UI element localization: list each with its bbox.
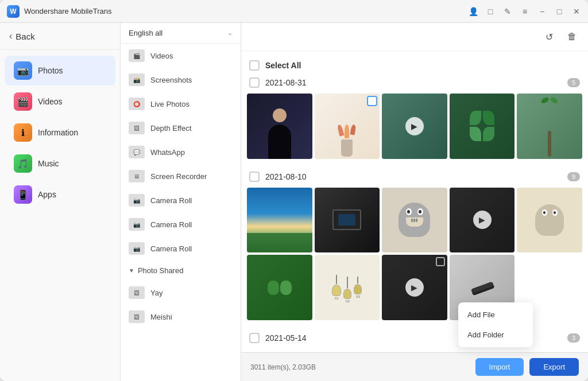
photo-shared-arrow-icon: ▼ bbox=[129, 267, 134, 274]
delete-button[interactable]: 🗑 bbox=[563, 28, 581, 46]
content-area: Select All 2021-08-31 5 bbox=[241, 51, 588, 352]
play-button-3[interactable]: ▶ bbox=[405, 278, 424, 297]
maximize-button[interactable]: □ bbox=[555, 7, 564, 16]
middle-yay-label: Yay bbox=[150, 289, 163, 297]
edit-icon[interactable]: ✎ bbox=[503, 7, 512, 16]
middle-live-photos-label: Live Photos bbox=[150, 100, 189, 108]
person-photo bbox=[247, 94, 312, 159]
date-label-2: 2021-08-10 bbox=[265, 172, 307, 181]
photo-select-checkbox[interactable] bbox=[367, 96, 377, 106]
add-file-menu-item[interactable]: Add File bbox=[458, 305, 533, 325]
middle-item-screen-recorder[interactable]: 🖥 Screen Recorder bbox=[121, 164, 241, 188]
date-group-1: 2021-08-31 5 bbox=[247, 74, 582, 161]
date-group-2: 2021-08-10 9 bbox=[247, 168, 582, 322]
middle-item-camera-roll-2[interactable]: 📷 Camera Roll bbox=[121, 212, 241, 236]
middle-videos-label: Videos bbox=[150, 52, 173, 60]
beach-photo bbox=[247, 188, 312, 253]
close-button[interactable]: ✕ bbox=[572, 7, 581, 16]
apps-icon: 📱 bbox=[14, 185, 32, 204]
photo-shared-label: Photo Shared bbox=[138, 266, 184, 275]
middle-item-screenshots[interactable]: 📸 Screenshots bbox=[121, 68, 241, 92]
count-badge-1: 5 bbox=[567, 78, 580, 87]
video-overlay-2: ▶ bbox=[450, 188, 515, 253]
photo-grid-1: ▶ bbox=[247, 91, 582, 161]
photo-cell[interactable]: ▶ bbox=[450, 188, 515, 253]
menu-icon[interactable]: ≡ bbox=[520, 7, 529, 16]
language-dropdown[interactable]: English all ⌄ bbox=[121, 23, 241, 44]
date-checkbox-2[interactable] bbox=[249, 172, 260, 182]
title-bar: W Wondershare MobileTrans 👤 □ ✎ ≡ − □ ✕ bbox=[0, 0, 588, 23]
play-button-2[interactable]: ▶ bbox=[473, 211, 492, 229]
sidebar-info-label: Information bbox=[38, 128, 78, 137]
camera-roll-2-icon: 📷 bbox=[129, 218, 145, 231]
live-photos-icon: ⭕ bbox=[129, 98, 145, 110]
middle-item-whatsapp[interactable]: 💬 WhatsApp bbox=[121, 140, 241, 164]
camera-roll-1-icon: 📷 bbox=[129, 194, 145, 207]
dropdown-chevron-icon: ⌄ bbox=[227, 29, 233, 37]
date-checkbox-1[interactable] bbox=[249, 77, 260, 88]
screenshots-folder-icon: 📸 bbox=[129, 73, 145, 86]
video-overlay: ▶ bbox=[382, 94, 447, 159]
photo-cell[interactable] bbox=[247, 188, 312, 253]
photo-cell[interactable] bbox=[247, 94, 312, 159]
date-header-1: 2021-08-31 5 bbox=[247, 74, 582, 91]
date-header-2: 2021-08-10 9 bbox=[247, 168, 582, 185]
depth-effect-icon: 🖼 bbox=[129, 122, 145, 134]
sidebar-item-photos[interactable]: 📷 Photos bbox=[5, 56, 115, 85]
date-checkbox-3[interactable] bbox=[249, 333, 260, 343]
photo-grid-2: ▶ bbox=[247, 185, 582, 322]
app-logo: W bbox=[7, 5, 20, 18]
photo-shared-header[interactable]: ▼ Photo Shared bbox=[121, 261, 241, 281]
yay-icon: 🖼 bbox=[129, 286, 145, 299]
photo-cell[interactable] bbox=[382, 188, 447, 253]
sidebar-item-information[interactable]: ℹ Information bbox=[5, 118, 115, 147]
photo-cell[interactable] bbox=[247, 255, 312, 320]
middle-item-yay[interactable]: 🖼 Yay bbox=[121, 281, 241, 305]
back-button[interactable]: ‹ Back bbox=[0, 23, 120, 50]
photo-cell[interactable]: ▶ bbox=[382, 255, 447, 320]
undo-button[interactable]: ↺ bbox=[540, 28, 558, 46]
minimize-button[interactable]: − bbox=[537, 7, 547, 16]
select-all-row: Select All bbox=[247, 57, 582, 74]
middle-item-meishi[interactable]: 🖼 Meishi bbox=[121, 305, 241, 329]
middle-item-live-photos[interactable]: ⭕ Live Photos bbox=[121, 92, 241, 116]
date-label-1: 2021-08-31 bbox=[265, 78, 307, 87]
meishi-icon: 🖼 bbox=[129, 310, 145, 323]
profile-icon[interactable]: 👤 bbox=[469, 7, 478, 16]
monitor-photo bbox=[315, 188, 380, 253]
import-button[interactable]: Import bbox=[475, 358, 524, 376]
play-button[interactable]: ▶ bbox=[405, 117, 424, 135]
photo-cell[interactable] bbox=[315, 188, 380, 253]
photo-cell[interactable] bbox=[517, 94, 582, 159]
select-all-checkbox[interactable] bbox=[249, 60, 260, 71]
export-button[interactable]: Export bbox=[529, 358, 579, 376]
select-all-label: Select All bbox=[265, 61, 301, 70]
date-header-left-1: 2021-08-31 bbox=[249, 77, 307, 88]
window-controls: 👤 □ ✎ ≡ − □ ✕ bbox=[469, 7, 581, 16]
whatsapp-icon: 💬 bbox=[129, 146, 145, 158]
leaves-photo bbox=[450, 94, 515, 159]
photo-cell[interactable] bbox=[315, 94, 380, 159]
photo-cell[interactable]: 01 02 03 bbox=[315, 255, 380, 320]
photo-cell[interactable] bbox=[517, 188, 582, 253]
music-icon: 🎵 bbox=[14, 154, 32, 173]
photos-icon: 📷 bbox=[14, 61, 32, 80]
video-checkbox[interactable] bbox=[436, 257, 445, 266]
photo-cell[interactable] bbox=[450, 94, 515, 159]
middle-item-camera-roll-3[interactable]: 📷 Camera Roll bbox=[121, 236, 241, 261]
add-folder-menu-item[interactable]: Add Folder bbox=[458, 325, 533, 345]
sidebar-item-apps[interactable]: 📱 Apps bbox=[5, 180, 115, 209]
sidebar-item-music[interactable]: 🎵 Music bbox=[5, 149, 115, 178]
person-body bbox=[268, 125, 291, 159]
middle-camera-roll-1-label: Camera Roll bbox=[150, 196, 192, 205]
middle-item-videos[interactable]: 🎬 Videos bbox=[121, 44, 241, 68]
middle-item-depth-effect[interactable]: 🖼 Depth Effect bbox=[121, 116, 241, 140]
sidebar-videos-label: Videos bbox=[38, 97, 63, 106]
window-icon[interactable]: □ bbox=[486, 7, 495, 16]
sidebar-item-videos[interactable]: 🎬 Videos bbox=[5, 87, 115, 116]
info-icon: ℹ bbox=[14, 123, 32, 142]
green-photo-2 bbox=[247, 255, 312, 320]
photo-cell[interactable]: ▶ bbox=[382, 94, 447, 159]
back-label: Back bbox=[16, 32, 34, 41]
middle-item-camera-roll-1[interactable]: 📷 Camera Roll bbox=[121, 188, 241, 212]
